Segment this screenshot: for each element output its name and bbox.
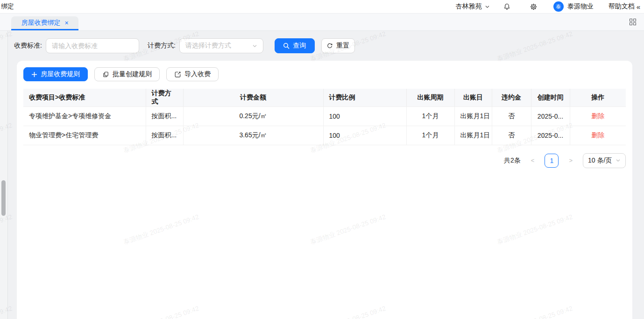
cell-amount: 3.65元/㎡ [183, 126, 323, 145]
table-header-row: 收费项目>收费标准计费方式计费金额计费比例出账周期出账日违约金创建时间操作 [23, 89, 626, 106]
cell-method: 按面积... [146, 126, 183, 145]
search-button[interactable]: 查询 [275, 38, 315, 53]
vertical-scrollbar-thumb[interactable] [1, 180, 6, 216]
reset-button-label: 重置 [336, 42, 349, 50]
cell-action: 删除 [570, 126, 626, 145]
column-header: 违约金 [492, 89, 531, 106]
watermark-text: 泰源物业 2025-08-25 09:42 [496, 31, 574, 64]
page-size-select[interactable]: 10 条/页 [583, 153, 626, 168]
column-header: 计费金额 [183, 89, 323, 106]
search-button-label: 查询 [293, 42, 306, 50]
delete-link[interactable]: 删除 [591, 131, 604, 139]
cell-cycle: 1个月 [406, 126, 454, 145]
tab-close-icon[interactable]: × [64, 20, 68, 26]
column-header: 出账周期 [406, 89, 454, 106]
cell-item: 物业管理费>住宅管理费 [23, 126, 146, 145]
plus-icon [31, 71, 37, 78]
help-doc-link[interactable]: 帮助文档 « [609, 2, 640, 11]
import-icon [174, 71, 181, 78]
community-selector[interactable]: 杏林雅苑 [456, 2, 490, 11]
settings-gear-icon[interactable] [530, 3, 538, 11]
billing-method-select[interactable]: 请选择计费方式 [179, 38, 263, 53]
column-header: 创建时间 [531, 89, 570, 106]
tab-house-fee-binding[interactable]: 房屋收费绑定 × [11, 16, 78, 30]
pagination-prev-icon[interactable]: < [530, 157, 536, 164]
billing-method-label: 计费方式: [148, 42, 176, 50]
cell-bill_day: 出账月1日 [454, 106, 492, 126]
pagination: 共2条 < 1 > 10 条/页 [23, 153, 626, 168]
column-header: 计费方式 [146, 89, 183, 106]
cell-bill_day: 出账月1日 [454, 126, 492, 145]
topbar-right-cluster: 杏林雅苑 泰 泰源物业 帮助文档 « [456, 0, 640, 13]
copy-icon [102, 71, 109, 78]
chevron-down-icon [616, 158, 621, 163]
delete-link[interactable]: 删除 [591, 112, 604, 120]
cell-created: 2025-0... [531, 106, 570, 126]
chevron-down-icon [485, 4, 490, 9]
reset-icon [326, 43, 333, 49]
cell-created: 2025-0... [531, 126, 570, 145]
cell-cycle: 1个月 [406, 106, 454, 126]
help-doc-label: 帮助文档 [609, 2, 635, 11]
cell-ratio: 100 [323, 106, 406, 126]
account-group[interactable]: 泰 泰源物业 [553, 1, 594, 12]
column-header: 收费项目>收费标准 [23, 89, 146, 106]
search-icon [283, 43, 290, 49]
company-name: 泰源物业 [567, 2, 594, 11]
cell-method: 按面积... [146, 106, 183, 126]
import-fee-label: 导入收费 [184, 70, 211, 78]
batch-create-rules-button[interactable]: 批量创建规则 [94, 67, 160, 81]
pagination-total: 共2条 [504, 156, 521, 165]
cell-item: 专项维护基金>专项维修资金 [23, 106, 146, 126]
table-row: 物业管理费>住宅管理费按面积...3.65元/㎡1001个月出账月1日否2025… [23, 126, 626, 145]
left-rail [0, 31, 8, 319]
filter-row: 收费标准: 计费方式: 请选择计费方式 查询 重置 [14, 38, 355, 53]
collapse-icon[interactable]: « [637, 3, 640, 11]
billing-method-placeholder: 请选择计费方式 [185, 42, 231, 50]
cell-penalty: 否 [492, 126, 531, 145]
avatar: 泰 [553, 1, 564, 12]
add-house-fee-rule-label: 房屋收费规则 [41, 70, 80, 78]
pagination-page-1[interactable]: 1 [545, 154, 559, 168]
table-row: 专项维护基金>专项维修资金按面积...0.25元/㎡1001个月出账月1日否20… [23, 106, 626, 126]
cell-action: 删除 [570, 106, 626, 126]
fee-standard-input[interactable] [46, 38, 139, 53]
column-header: 出账日 [454, 89, 492, 106]
add-house-fee-rule-button[interactable]: 房屋收费规则 [23, 67, 88, 81]
toolbar: 房屋收费规则 批量创建规则 导入收费 [23, 67, 626, 81]
chevron-down-icon [252, 43, 257, 49]
fee-standard-label: 收费标准: [14, 42, 42, 50]
tab-bar: 房屋收费绑定 × [0, 14, 644, 31]
cell-amount: 0.25元/㎡ [183, 106, 323, 126]
tab-layout-grid-icon[interactable] [630, 19, 636, 25]
pagination-next-icon[interactable]: > [568, 157, 573, 164]
tab-label: 房屋收费绑定 [21, 19, 60, 27]
menu-label: 绑定 [1, 2, 14, 11]
page-size-label: 10 条/页 [588, 156, 612, 165]
main-content: 收费标准: 计费方式: 请选择计费方式 查询 重置 房屋收费规则 批量创建规则 [0, 31, 644, 319]
community-selector-label: 杏林雅苑 [456, 2, 482, 11]
import-fee-button[interactable]: 导入收费 [166, 67, 219, 81]
column-header: 操作 [570, 89, 626, 106]
reset-button[interactable]: 重置 [321, 38, 355, 53]
top-bar: 绑定 杏林雅苑 泰 泰源物业 帮助文档 [0, 0, 644, 14]
fee-rules-card: 房屋收费规则 批量创建规则 导入收费 收费项目>收费标准计费方式计费金额计费比例… [17, 61, 632, 319]
notification-bell-icon[interactable] [503, 3, 511, 11]
cell-ratio: 100 [323, 126, 406, 145]
batch-create-rules-label: 批量创建规则 [113, 70, 152, 78]
cell-penalty: 否 [492, 106, 531, 126]
fee-rules-table: 收费项目>收费标准计费方式计费金额计费比例出账周期出账日违约金创建时间操作 专项… [23, 89, 626, 145]
column-header: 计费比例 [323, 89, 406, 106]
